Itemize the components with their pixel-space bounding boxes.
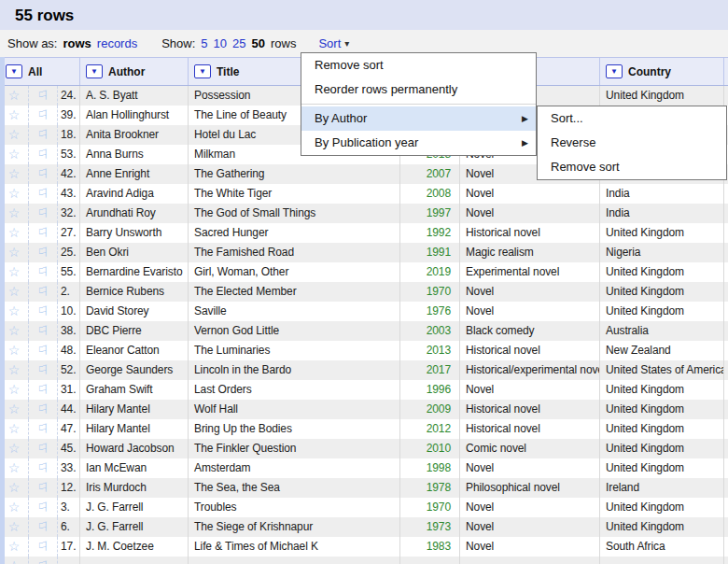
flag-icon[interactable]: ⚐ xyxy=(37,164,49,184)
page-size-10-link[interactable]: 10 xyxy=(214,36,227,50)
star-icon[interactable]: ☆ xyxy=(8,558,20,564)
star-icon[interactable]: ☆ xyxy=(8,343,20,358)
flag-icon[interactable]: ⚐ xyxy=(37,439,49,458)
flag-icon[interactable]: ⚐ xyxy=(37,400,49,419)
star-icon[interactable]: ☆ xyxy=(8,539,20,554)
publication-year-link[interactable]: 1983 xyxy=(427,540,451,553)
flag-icon[interactable]: ⚐ xyxy=(37,557,49,564)
publication-year-link[interactable]: 1996 xyxy=(427,383,451,396)
table-row: ☆⚐33.Ian McEwanAmsterdam1998NovelUnited … xyxy=(0,458,728,478)
submenu-item-remove-sort[interactable]: Remove sort xyxy=(538,155,726,179)
row-number xyxy=(58,557,80,564)
publication-year-link[interactable]: 1976 xyxy=(427,304,451,317)
star-icon[interactable]: ☆ xyxy=(8,147,20,162)
sort-dropdown-button[interactable]: Sort xyxy=(318,36,341,50)
star-icon[interactable]: ☆ xyxy=(8,284,20,299)
flag-icon[interactable]: ⚐ xyxy=(37,458,49,478)
publication-year-link[interactable]: 1992 xyxy=(427,226,451,239)
publication-year-link[interactable]: 2003 xyxy=(427,324,451,337)
flag-icon[interactable]: ⚐ xyxy=(37,184,49,204)
column-menu-button-title[interactable]: ▼ xyxy=(194,64,211,78)
star-icon[interactable]: ☆ xyxy=(8,460,20,475)
publication-year-link[interactable]: 1970 xyxy=(427,285,451,298)
star-icon[interactable]: ☆ xyxy=(8,166,20,181)
star-icon[interactable]: ☆ xyxy=(8,88,20,103)
star-icon[interactable]: ☆ xyxy=(8,402,20,416)
flag-icon[interactable]: ⚐ xyxy=(37,106,49,125)
page-size-5-link[interactable]: 5 xyxy=(201,36,207,50)
publication-year-link[interactable]: 2013 xyxy=(427,344,451,357)
flag-icon[interactable]: ⚐ xyxy=(37,380,49,400)
menu-item-remove-sort[interactable]: Remove sort xyxy=(301,53,536,78)
publication-year-link[interactable]: 1997 xyxy=(427,206,451,219)
page-size-25-link[interactable]: 25 xyxy=(232,36,245,50)
star-icon[interactable]: ☆ xyxy=(8,519,20,534)
flag-icon[interactable]: ⚐ xyxy=(37,517,49,537)
country-cell: United Kingdom xyxy=(600,262,724,282)
star-icon[interactable]: ☆ xyxy=(8,107,20,122)
star-icon[interactable]: ☆ xyxy=(8,225,20,240)
publication-year-link[interactable]: 1991 xyxy=(427,246,451,259)
star-icon[interactable]: ☆ xyxy=(8,205,20,220)
star-icon[interactable]: ☆ xyxy=(8,421,20,436)
star-icon[interactable]: ☆ xyxy=(8,362,20,377)
flag-icon[interactable]: ⚐ xyxy=(37,262,49,282)
publication-year-link[interactable]: 1970 xyxy=(427,501,451,514)
menu-item-by-author[interactable]: By Author ▶ xyxy=(301,106,536,131)
star-icon[interactable]: ☆ xyxy=(8,480,20,495)
submenu-item-reverse[interactable]: Reverse xyxy=(538,131,726,155)
publication-year-link[interactable]: 2017 xyxy=(427,363,451,376)
flag-icon[interactable]: ⚐ xyxy=(37,282,49,302)
star-icon[interactable]: ☆ xyxy=(8,303,20,318)
star-icon[interactable]: ☆ xyxy=(8,245,20,260)
row-number: 33. xyxy=(58,458,80,478)
flag-icon[interactable]: ⚐ xyxy=(37,419,49,439)
row-number: 27. xyxy=(58,223,80,243)
flag-cell: ⚐ xyxy=(29,282,58,302)
star-icon[interactable]: ☆ xyxy=(8,264,20,279)
table-row: ☆⚐ xyxy=(0,557,728,564)
publication-year-link[interactable]: 2008 xyxy=(427,187,451,200)
flag-icon[interactable]: ⚐ xyxy=(37,145,49,164)
star-icon[interactable]: ☆ xyxy=(8,382,20,397)
publication-year-link[interactable]: 1978 xyxy=(427,481,451,494)
column-menu-button-author[interactable]: ▼ xyxy=(86,64,103,78)
menu-item-by-publication-year[interactable]: By Publication year ▶ xyxy=(301,131,536,155)
star-icon[interactable]: ☆ xyxy=(8,127,20,142)
flag-icon[interactable]: ⚐ xyxy=(37,86,49,106)
country-cell: United Kingdom xyxy=(600,223,724,243)
column-menu-button-country[interactable]: ▼ xyxy=(606,64,623,78)
flag-icon[interactable]: ⚐ xyxy=(37,321,49,341)
publication-year-link[interactable]: 2012 xyxy=(427,422,451,435)
flag-icon[interactable]: ⚐ xyxy=(37,302,49,321)
star-icon[interactable]: ☆ xyxy=(8,441,20,456)
flag-icon[interactable]: ⚐ xyxy=(37,243,49,262)
row-number: 52. xyxy=(58,360,80,380)
publication-year-link[interactable]: 2010 xyxy=(427,442,451,455)
flag-icon[interactable]: ⚐ xyxy=(37,204,49,223)
flag-icon[interactable]: ⚐ xyxy=(37,498,49,517)
publication-year-link[interactable]: 2019 xyxy=(427,265,451,278)
publication-year-link[interactable]: 2007 xyxy=(427,167,451,180)
column-menu-button-all[interactable]: ▼ xyxy=(6,64,22,78)
flag-icon[interactable]: ⚐ xyxy=(37,537,49,557)
flag-cell: ⚐ xyxy=(29,557,58,564)
star-icon[interactable]: ☆ xyxy=(8,500,20,515)
flag-icon[interactable]: ⚐ xyxy=(37,341,49,360)
flag-icon[interactable]: ⚐ xyxy=(37,478,49,498)
menu-item-reorder-rows-permanently[interactable]: Reorder rows permanently xyxy=(301,78,536,102)
flag-cell: ⚐ xyxy=(29,458,58,478)
star-icon[interactable]: ☆ xyxy=(8,186,20,201)
flag-icon[interactable]: ⚐ xyxy=(37,223,49,243)
submenu-item-sort[interactable]: Sort... xyxy=(538,106,726,131)
star-icon[interactable]: ☆ xyxy=(8,323,20,338)
genre-cell: Novel xyxy=(460,458,600,478)
flag-icon[interactable]: ⚐ xyxy=(37,360,49,380)
publication-year-link[interactable]: 1998 xyxy=(427,461,451,474)
title-cell: Last Orders xyxy=(189,380,400,400)
publication-year-link[interactable]: 2009 xyxy=(427,402,451,416)
flag-icon[interactable]: ⚐ xyxy=(37,125,49,145)
publication-year-link[interactable]: 1973 xyxy=(427,520,451,533)
column-header-all-label: All xyxy=(28,65,42,78)
view-records-link[interactable]: records xyxy=(97,36,137,50)
